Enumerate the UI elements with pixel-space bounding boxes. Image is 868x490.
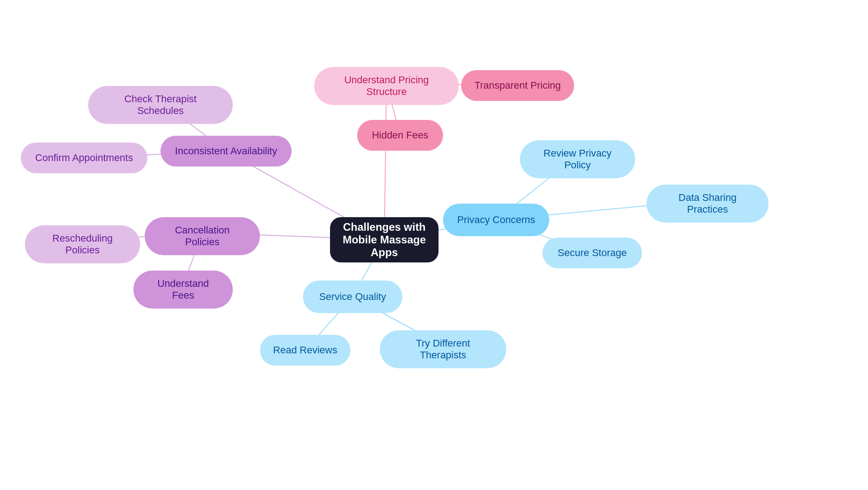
hidden-fees: Hidden Fees (357, 120, 443, 151)
understand-fees: Understand Fees (133, 271, 233, 309)
read-reviews: Read Reviews (260, 335, 350, 366)
privacy-concerns: Privacy Concerns (443, 204, 549, 236)
review-privacy-policy: Review Privacy Policy (520, 140, 635, 178)
try-different-therapists: Try Different Therapists (380, 330, 506, 368)
transparent-pricing: Transparent Pricing (461, 70, 574, 101)
check-therapist: Check Therapist Schedules (88, 86, 233, 124)
understand-pricing: Understand Pricing Structure (314, 67, 459, 105)
data-sharing: Data Sharing Practices (646, 185, 769, 223)
secure-storage: Secure Storage (542, 238, 642, 268)
inconsistent-availability: Inconsistent Availability (160, 136, 292, 167)
rescheduling-policies: Rescheduling Policies (25, 225, 140, 263)
cancellation-policies: Cancellation Policies (145, 217, 260, 255)
center-node: Challenges with Mobile Massage Apps (330, 217, 439, 262)
service-quality: Service Quality (303, 281, 402, 313)
mindmap-container: Understand Pricing StructureTransparent … (0, 0, 868, 490)
confirm-appointments: Confirm Appointments (21, 143, 147, 173)
svg-line-0 (384, 83, 387, 240)
